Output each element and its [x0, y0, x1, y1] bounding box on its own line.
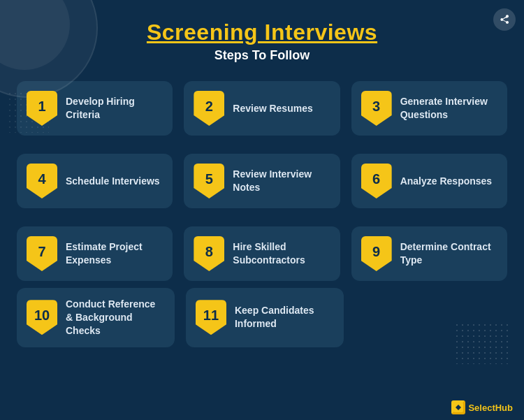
step-text-2: Review Resumes	[233, 102, 312, 115]
steps-row-3: 7 Estimate Project Expenses 8 Hire Skill…	[0, 215, 524, 288]
step-card-8: 8 Hire Skilled Subcontractors	[184, 226, 340, 281]
step-card-2: 2 Review Resumes	[184, 81, 340, 136]
step-badge-10: 10	[27, 300, 57, 335]
badge-number: 3	[372, 99, 380, 115]
logo-icon	[451, 400, 465, 414]
step-text-6: Analyze Responses	[400, 175, 493, 188]
badge-number: 9	[372, 244, 380, 260]
steps-row-4: 10 Conduct Reference & Background Checks…	[0, 288, 524, 354]
step-card-5: 5 Review Interview Notes	[184, 154, 340, 208]
step-card-4: 4 Schedule Interviews	[17, 154, 173, 208]
share-button[interactable]	[493, 8, 516, 31]
step-text-3: Generate Interview Questions	[400, 95, 497, 122]
step-badge-2: 2	[194, 91, 224, 126]
logo-text-hub: Hub	[495, 403, 513, 413]
step-text-5: Review Interview Notes	[233, 168, 330, 194]
step-badge-9: 9	[361, 236, 392, 271]
step-card-10: 10 Conduct Reference & Background Checks	[17, 288, 175, 347]
badge-number: 10	[34, 307, 50, 324]
badge-number: 6	[372, 171, 380, 187]
badge-number: 2	[205, 99, 213, 115]
step-text-4: Schedule Interviews	[66, 175, 160, 188]
step-card-7: 7 Estimate Project Expenses	[17, 226, 173, 281]
step-text-9: Determine Contract Type	[400, 240, 497, 267]
logo-text-select: Select	[468, 403, 495, 413]
step-text-11: Keep Candidates Informed	[235, 304, 334, 331]
steps-container: 1 Develop Hiring Criteria 2 Review Resum…	[0, 70, 524, 354]
logo-icon-svg	[453, 403, 463, 412]
step-text-10: Conduct Reference & Background Checks	[66, 298, 165, 338]
step-text-7: Estimate Project Expenses	[66, 240, 163, 267]
dot-pattern-bg	[454, 322, 510, 364]
selecthub-logo: SelectHub	[451, 400, 513, 414]
badge-number: 4	[38, 171, 45, 187]
step-badge-8: 8	[194, 236, 224, 271]
badge-number: 5	[205, 171, 213, 187]
steps-row-2: 4 Schedule Interviews 5 Review Interview…	[0, 143, 524, 215]
step-badge-3: 3	[361, 91, 392, 126]
step-card-3: 3 Generate Interview Questions	[351, 81, 507, 136]
badge-number: 11	[203, 307, 219, 324]
step-badge-6: 6	[361, 164, 392, 198]
step-card-6: 6 Analyze Responses	[351, 154, 507, 208]
badge-number: 8	[205, 244, 213, 260]
step-text-1: Develop Hiring Criteria	[66, 95, 163, 122]
step-badge-7: 7	[27, 236, 57, 271]
step-badge-4: 4	[27, 164, 57, 198]
badge-number: 7	[38, 244, 45, 260]
logo-text: SelectHub	[468, 403, 513, 413]
step-card-11: 11 Keep Candidates Informed	[186, 288, 344, 347]
step-badge-1: 1	[27, 91, 57, 126]
steps-row-1: 1 Develop Hiring Criteria 2 Review Resum…	[0, 70, 524, 143]
step-card-9: 9 Determine Contract Type	[351, 226, 507, 281]
badge-number: 1	[38, 99, 45, 115]
step-badge-11: 11	[196, 300, 226, 335]
step-badge-5: 5	[194, 164, 224, 198]
share-icon	[499, 14, 510, 25]
step-text-8: Hire Skilled Subcontractors	[233, 240, 330, 267]
